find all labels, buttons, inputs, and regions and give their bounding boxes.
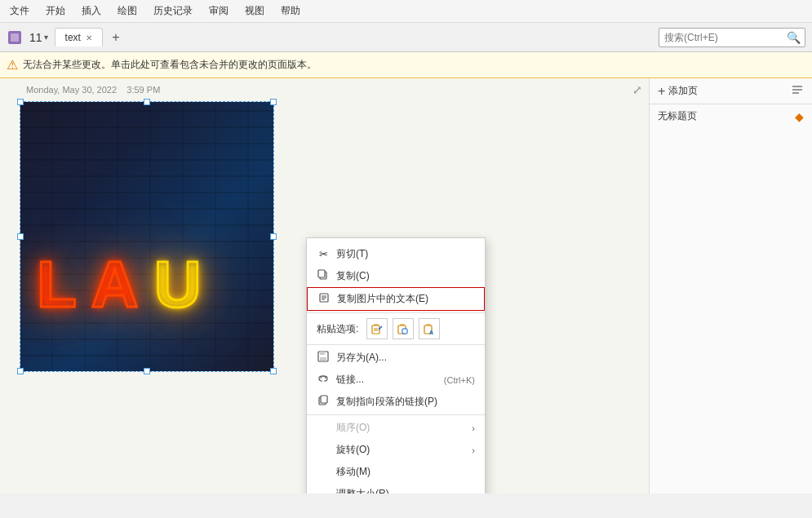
rotate-label: 旋转(O) (336, 443, 465, 457)
add-tab-button[interactable]: + (106, 28, 126, 47)
rotate-arrow: › (472, 445, 475, 455)
copy-label: 复制(C) (336, 269, 475, 283)
plus-icon: + (658, 84, 665, 99)
context-menu-rotate[interactable]: 旋转(O) › (307, 439, 485, 461)
svg-rect-1 (11, 33, 19, 42)
svg-rect-19 (321, 396, 327, 403)
app-icon (3, 26, 26, 49)
svg-rect-16 (320, 352, 325, 355)
move-label: 移动(M) (336, 465, 475, 479)
note-area: ⤢ Monday, May 30, 2022 3:59 PM L A U (0, 78, 649, 494)
page-number[interactable]: 11 ▾ (29, 31, 48, 44)
context-menu-section-4: 顺序(O) › 旋转(O) › 移动(M) 调整大小(R) (307, 415, 485, 494)
expand-icon[interactable]: ⤢ (632, 83, 642, 96)
menu-file[interactable]: 文件 (7, 2, 33, 20)
menu-view[interactable]: 视图 (242, 2, 268, 20)
context-menu-link[interactable]: 链接... (Ctrl+K) (307, 369, 485, 391)
tab-text[interactable]: text ✕ (55, 28, 103, 46)
context-menu-move[interactable]: 移动(M) (307, 461, 485, 483)
context-menu-resize[interactable]: 调整大小(R) (307, 483, 485, 494)
context-menu-copy-link[interactable]: 复制指向段落的链接(P) (307, 391, 485, 413)
link-label: 链接... (336, 373, 437, 387)
paste-options-row: 粘贴选项: A (307, 315, 485, 343)
svg-rect-3 (318, 270, 325, 277)
context-menu-paste-section: 粘贴选项: A (307, 313, 485, 345)
order-label: 顺序(O) (336, 421, 465, 435)
svg-text:A: A (429, 330, 433, 334)
page-title: 无标题页 (658, 109, 790, 123)
menu-home[interactable]: 开始 (42, 2, 69, 20)
add-page-button[interactable]: + 添加页 (658, 84, 698, 99)
menu-insert[interactable]: 插入 (78, 2, 104, 20)
tab-label: text (65, 32, 81, 43)
tab-bar: 11 ▾ text ✕ + 🔍 (0, 23, 812, 52)
svg-rect-12 (402, 329, 407, 334)
cut-label: 剪切(T) (336, 247, 475, 261)
menu-history[interactable]: 历史记录 (150, 2, 196, 20)
handle-bottom-right[interactable] (270, 368, 277, 374)
image-placeholder: L A U (20, 102, 273, 371)
link-shortcut: (Ctrl+K) (444, 375, 475, 385)
context-menu-save-as[interactable]: 另存为(A)... (307, 347, 485, 369)
context-menu-order: 顺序(O) › (307, 417, 485, 439)
paste-options-label: 粘贴选项: (317, 322, 358, 336)
copy-text-icon (317, 292, 331, 306)
page-number-dropdown[interactable]: ▾ (44, 33, 48, 42)
warning-icon: ⚠ (7, 57, 18, 73)
handle-bottom-left[interactable] (17, 368, 24, 374)
search-icon[interactable]: 🔍 (787, 31, 801, 44)
paste-btn-1[interactable] (366, 318, 388, 339)
handle-top-middle[interactable] (144, 99, 150, 105)
menu-bar: 文件 开始 插入 绘图 历史记录 审阅 视图 帮助 (0, 0, 812, 23)
add-page-label: 添加页 (668, 84, 698, 98)
note-date: Monday, May 30, 2022 3:59 PM (20, 78, 649, 98)
copy-link-icon (317, 395, 330, 409)
search-input[interactable] (664, 32, 787, 43)
cut-icon: ✂ (317, 248, 330, 260)
paste-btn-2[interactable] (393, 318, 414, 339)
resize-label: 调整大小(R) (336, 487, 475, 494)
right-sidebar: + 添加页 无标题页 ◆ (649, 78, 812, 494)
image-container[interactable]: L A U (20, 101, 274, 372)
warning-bar: ⚠ 无法合并某些更改。单击此处可查看包含未合并的更改的页面版本。 (0, 52, 812, 78)
handle-middle-right[interactable] (270, 233, 277, 240)
context-menu: ✂ 剪切(T) 复制(C) 复制图片中的文本(E) (306, 237, 486, 494)
paste-btn-3[interactable]: A (419, 318, 440, 339)
save-as-icon (317, 351, 330, 365)
context-menu-section-1: ✂ 剪切(T) 复制(C) 复制图片中的文本(E) (307, 241, 485, 313)
context-menu-section-3: 另存为(A)... 链接... (Ctrl+K) 复制指向段落的链接(P) (307, 345, 485, 415)
svg-rect-17 (320, 357, 326, 361)
handle-bottom-middle[interactable] (144, 368, 150, 374)
menu-draw[interactable]: 绘图 (114, 2, 140, 20)
save-as-label: 另存为(A)... (336, 351, 475, 365)
copy-link-label: 复制指向段落的链接(P) (336, 395, 475, 409)
copy-icon (317, 269, 330, 283)
search-bar[interactable]: 🔍 (659, 28, 805, 47)
neon-text: L A U (37, 247, 202, 322)
handle-top-left[interactable] (17, 99, 24, 105)
menu-review[interactable]: 审阅 (206, 2, 232, 20)
brick-overlay (20, 102, 273, 371)
handle-top-right[interactable] (270, 99, 277, 105)
main-area: ⤢ Monday, May 30, 2022 3:59 PM L A U (0, 78, 812, 494)
link-icon (317, 373, 330, 387)
page-modified-icon: ◆ (795, 110, 804, 123)
sort-icon[interactable] (791, 83, 804, 99)
handle-middle-left[interactable] (17, 233, 24, 240)
context-menu-copy[interactable]: 复制(C) (307, 265, 485, 287)
tab-close-button[interactable]: ✕ (86, 33, 92, 42)
context-menu-copy-text[interactable]: 复制图片中的文本(E) (307, 287, 485, 311)
order-arrow: › (472, 423, 475, 433)
menu-help[interactable]: 帮助 (277, 2, 304, 20)
copy-text-label: 复制图片中的文本(E) (337, 292, 474, 306)
sidebar-page-item[interactable]: 无标题页 ◆ (650, 104, 812, 128)
warning-text: 无法合并某些更改。单击此处可查看包含未合并的更改的页面版本。 (23, 58, 317, 72)
sidebar-header: + 添加页 (650, 78, 812, 104)
context-menu-cut[interactable]: ✂ 剪切(T) (307, 243, 485, 265)
svg-rect-8 (372, 325, 379, 334)
